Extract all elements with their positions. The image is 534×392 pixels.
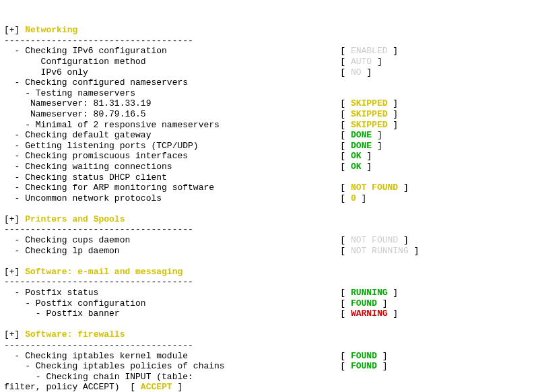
status-value: RUNNING	[351, 288, 388, 298]
check-line-continuation: filter, policy ACCEPT) [ ACCEPT ]	[4, 382, 534, 392]
section-header: [+] Software: e-mail and messaging	[4, 267, 534, 277]
check-text: - Checking promiscuous interfaces	[4, 151, 340, 161]
check-text: - Checking configured nameservers	[4, 77, 188, 88]
check-line: - Checking lp daemon [ NOT RUNNING ]	[4, 246, 534, 257]
status-value: FOUND	[351, 361, 377, 371]
check-line: - Checking iptables policies of chains […	[4, 361, 534, 372]
check-line: - Checking chain INPUT (table:	[4, 372, 534, 383]
check-line: Nameserver: 80.79.16.5 [ SKIPPED ]	[4, 109, 534, 120]
check-text: - Checking iptables policies of chains	[4, 361, 340, 371]
status-value: NO	[351, 67, 362, 77]
section-divider: ------------------------------------	[4, 36, 534, 46]
check-line: - Checking waiting connections [ OK ]	[4, 162, 534, 172]
check-text: Nameserver: 81.31.33.19	[4, 98, 340, 108]
check-text: - Postfix banner	[4, 308, 340, 319]
check-text: - Testing nameservers	[4, 88, 135, 98]
check-line: - Uncommon network protocols [ 0 ]	[4, 193, 534, 204]
blank-line	[4, 256, 534, 267]
status-value: NOT RUNNING	[351, 246, 409, 256]
check-line: - Postfix configuration [ FOUND ]	[4, 298, 534, 309]
section-divider: ------------------------------------	[4, 340, 534, 351]
status-value: SKIPPED	[351, 98, 388, 108]
blank-line	[4, 319, 534, 330]
check-text: - Checking for ARP monitoring software	[4, 183, 340, 193]
check-text: - Postfix status	[4, 288, 340, 298]
check-text: - Checking default gateway	[4, 130, 340, 140]
section-header: [+] Networking	[4, 25, 534, 36]
status-value: ACCEPT	[141, 382, 172, 392]
status-value: AUTO	[351, 57, 372, 67]
section-divider: ------------------------------------	[4, 224, 534, 235]
check-text: - Checking waiting connections	[4, 162, 340, 172]
section-title: Printers and Spools	[25, 214, 125, 224]
check-text: - Getting listening ports (TCP/UDP)	[4, 141, 340, 151]
check-text: - Checking lp daemon	[4, 246, 340, 256]
check-text: - Checking iptables kernel module	[4, 351, 340, 361]
check-text: - Checking chain INPUT (table:	[4, 372, 193, 382]
check-line: - Checking configured nameservers	[4, 77, 534, 88]
section-header: [+] Software: firewalls	[4, 329, 534, 340]
status-value: OK	[351, 162, 362, 172]
section-title: Software: e-mail and messaging	[25, 267, 182, 277]
terminal-output: [+] Networking--------------------------…	[4, 25, 534, 392]
check-text: - Checking cups daemon	[4, 235, 340, 245]
check-text: - Uncommon network protocols	[4, 193, 340, 203]
status-value: DONE	[351, 141, 372, 151]
check-text: - Minimal of 2 responsive nameservers	[4, 120, 340, 130]
check-line: - Checking status DHCP client	[4, 172, 534, 183]
status-value: OK	[351, 151, 362, 161]
section-title: Software: firewalls	[25, 329, 125, 339]
check-line: - Minimal of 2 responsive nameservers [ …	[4, 120, 534, 131]
check-line: - Checking default gateway [ DONE ]	[4, 130, 534, 141]
section-divider: ------------------------------------	[4, 277, 534, 288]
check-text: Nameserver: 80.79.16.5	[4, 109, 340, 119]
status-value: DONE	[351, 130, 372, 140]
check-text: - Checking status DHCP client	[4, 172, 167, 183]
check-line: - Checking cups daemon [ NOT FOUND ]	[4, 235, 534, 246]
check-line: IPv6 only [ NO ]	[4, 67, 534, 78]
check-line: - Postfix status [ RUNNING ]	[4, 288, 534, 298]
status-value: FOUND	[351, 351, 377, 361]
check-line: Nameserver: 81.31.33.19 [ SKIPPED ]	[4, 98, 534, 109]
status-value: ENABLED	[351, 46, 388, 56]
check-line: - Testing nameservers	[4, 88, 534, 99]
check-line: - Checking IPv6 configuration [ ENABLED …	[4, 46, 534, 57]
check-text: Configuration method	[4, 57, 340, 67]
check-text: IPv6 only	[4, 67, 340, 77]
check-text: - Checking IPv6 configuration	[4, 46, 340, 56]
check-line: - Checking for ARP monitoring software […	[4, 183, 534, 193]
status-value: SKIPPED	[351, 120, 388, 130]
section-title: Networking	[25, 25, 77, 35]
status-value: FOUND	[351, 298, 377, 308]
status-value: WARNING	[351, 308, 388, 319]
check-line: - Postfix banner [ WARNING ]	[4, 308, 534, 319]
check-line: Configuration method [ AUTO ]	[4, 57, 534, 67]
status-value: NOT FOUND	[351, 235, 398, 245]
status-value: 0	[351, 193, 356, 203]
status-value: NOT FOUND	[351, 183, 398, 193]
section-header: [+] Printers and Spools	[4, 214, 534, 225]
check-text: - Postfix configuration	[4, 298, 340, 308]
check-line: - Checking iptables kernel module [ FOUN…	[4, 351, 534, 362]
status-value: SKIPPED	[351, 109, 388, 119]
check-line: - Getting listening ports (TCP/UDP) [ DO…	[4, 141, 534, 152]
check-line: - Checking promiscuous interfaces [ OK ]	[4, 151, 534, 162]
blank-line	[4, 203, 534, 214]
